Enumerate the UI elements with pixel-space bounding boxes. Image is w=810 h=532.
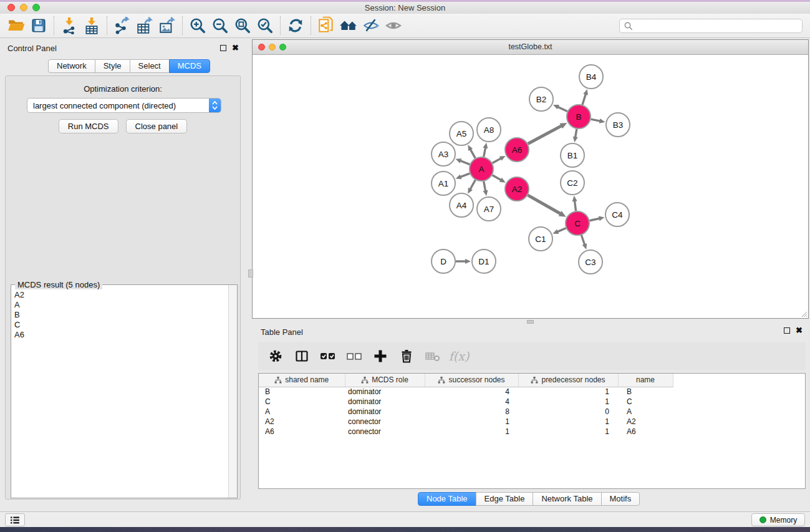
zoom-fit-icon[interactable] [231,16,254,36]
result-item[interactable]: B [14,310,228,320]
table-cell[interactable]: A2 [259,417,345,427]
edge-B-B2[interactable] [557,107,567,112]
column-header-predecessor-nodes[interactable]: predecessor nodes [518,374,618,387]
show-panels-button[interactable] [5,513,25,526]
refresh-layout-icon[interactable] [284,16,307,36]
memory-button[interactable]: Memory [751,513,805,526]
table-cell[interactable]: A [259,407,345,417]
table-panel-close-icon[interactable]: ✖ [796,327,803,334]
table-row[interactable]: A2connector11A2 [259,417,805,427]
edge-A-A8[interactable] [484,147,486,157]
result-item[interactable]: A6 [14,330,228,340]
save-session-icon[interactable] [27,16,50,36]
table-cell[interactable]: C [618,397,673,407]
show-elements-icon[interactable] [382,16,405,36]
edge-A-A5[interactable] [470,148,476,158]
network-graph[interactable]: AA1A2A3A4A5A6A7A8BB1B2B3B4CC1C2C3C4DD1 [253,56,808,318]
table-cell[interactable]: A6 [618,427,673,437]
tab-network-table[interactable]: Network Table [533,492,601,506]
column-header-MCDS-role[interactable]: MCDS role [345,374,425,387]
edge-B-B1[interactable] [575,129,576,138]
table-row[interactable]: Bdominator41B [259,387,805,397]
table-cell[interactable]: dominator [345,397,425,407]
result-item[interactable]: A [14,300,228,310]
table-cell[interactable]: 1 [518,397,618,407]
vertical-scrollbar-thumb[interactable] [248,269,253,278]
function-builder-icon[interactable]: f(x) [450,347,468,365]
result-item[interactable]: C [14,320,228,330]
export-image-icon[interactable] [156,16,178,36]
edge-A-A1[interactable] [460,173,470,177]
delete-table-icon[interactable] [424,347,441,365]
select-all-icon[interactable] [319,347,337,365]
edge-C-C2[interactable] [574,200,576,211]
deselect-all-icon[interactable] [345,347,363,365]
table-cell[interactable]: 1 [518,427,618,437]
edge-A-A6[interactable] [493,158,502,163]
import-network-icon[interactable] [58,16,80,36]
open-session-icon[interactable] [5,16,27,36]
table-cell[interactable]: 1 [425,417,518,427]
resize-grip-icon[interactable] [800,310,808,317]
edge-A-A4[interactable] [470,180,476,190]
import-table-icon[interactable] [80,16,103,36]
edge-A-A2[interactable] [492,175,501,181]
criterion-select[interactable]: largest connected component (directed) [27,98,221,113]
edge-C-C1[interactable] [557,228,566,232]
edge-A-A7[interactable] [484,181,486,192]
add-column-icon[interactable] [372,347,389,365]
mcds-result-list[interactable]: A2ABCA6 [11,286,228,498]
edge-A2-C[interactable] [528,195,561,214]
table-cell[interactable]: C [259,397,345,407]
table-settings-icon[interactable] [267,347,284,365]
table-row[interactable]: A6connector11A6 [259,427,805,437]
search-input[interactable] [634,21,802,31]
table-cell[interactable]: 8 [425,407,518,417]
column-header-shared-name[interactable]: shared name [259,374,345,387]
table-cell[interactable]: B [618,387,673,397]
table-cell[interactable]: A [618,407,673,417]
table-cell[interactable]: 0 [518,407,618,417]
table-cell[interactable]: 4 [425,397,518,407]
table-cell[interactable]: A2 [618,417,673,427]
column-header-successor-nodes[interactable]: successor nodes [425,374,518,387]
table-cell[interactable]: 1 [518,387,618,397]
table-panel-float-icon[interactable] [784,327,790,334]
search-box[interactable] [619,19,803,33]
edge-B-B3[interactable] [591,119,601,121]
table-row[interactable]: Adominator80A [259,407,805,417]
table-cell[interactable]: 4 [425,387,518,397]
new-network-icon[interactable] [315,16,337,36]
tab-mcds[interactable]: MCDS [169,59,210,73]
control-panel-float-icon[interactable] [220,45,226,51]
home-icon[interactable] [337,16,360,36]
table-cell[interactable]: connector [345,427,425,437]
table-cell[interactable]: connector [345,417,425,427]
edge-B-B4[interactable] [582,94,586,105]
close-panel-button[interactable]: Close panel [126,119,188,133]
table-cell[interactable]: dominator [345,407,425,417]
zoom-selected-icon[interactable] [254,16,276,36]
zoom-out-icon[interactable] [209,16,231,36]
table-cell[interactable]: 1 [518,417,618,427]
export-table-icon[interactable] [133,16,156,36]
edge-A-A3[interactable] [460,160,470,164]
tab-select[interactable]: Select [130,59,170,73]
table-cell[interactable]: dominator [345,387,425,397]
table-cell[interactable]: A6 [259,427,345,437]
control-panel-close-icon[interactable]: ✖ [232,45,239,51]
tab-node-table[interactable]: Node Table [418,492,476,506]
tab-network[interactable]: Network [48,59,95,73]
delete-column-icon[interactable] [398,347,415,365]
hide-elements-icon[interactable] [360,16,382,36]
table-cell[interactable]: B [259,387,345,397]
mcds-result-scrollbar[interactable] [228,285,237,498]
edge-C-C3[interactable] [581,235,585,246]
export-network-icon[interactable] [111,16,133,36]
edge-C-C4[interactable] [590,218,600,221]
divider-handle[interactable] [527,320,534,324]
tab-motifs[interactable]: Motifs [601,492,640,506]
column-view-icon[interactable] [293,347,311,365]
tab-edge-table[interactable]: Edge Table [476,492,534,506]
table-row[interactable]: Cdominator41C [259,397,805,407]
